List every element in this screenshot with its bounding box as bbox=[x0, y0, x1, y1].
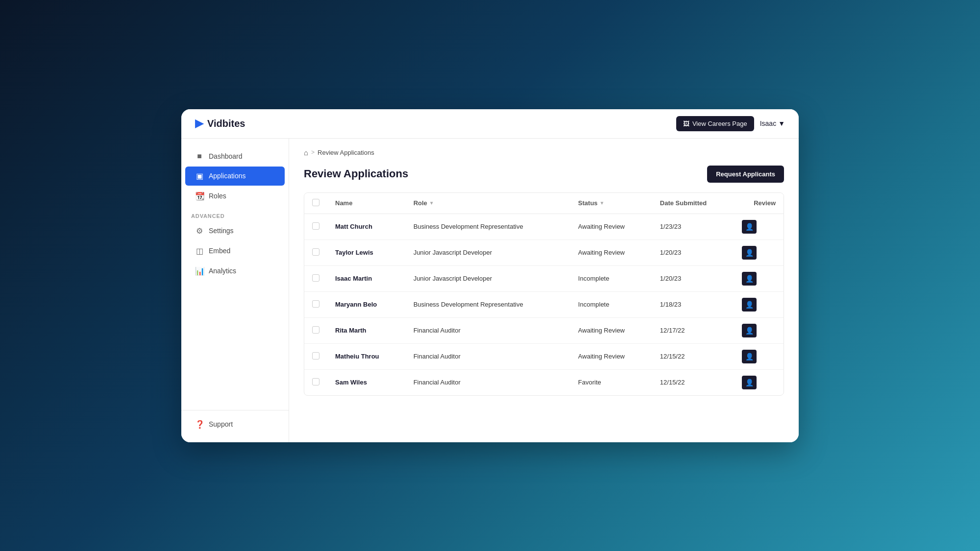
table-body: Matt Church Business Development Represe… bbox=[304, 214, 784, 395]
header: ▶ Vidbites 🖼 View Careers Page Isaac ▼ bbox=[181, 109, 799, 139]
row-checkbox[interactable] bbox=[312, 378, 319, 385]
sidebar-item-applications-label: Applications bbox=[209, 172, 246, 180]
role-sort-icon: ▼ bbox=[429, 200, 434, 206]
sidebar-item-embed[interactable]: ◫ Embed bbox=[185, 241, 285, 261]
row-role: Financial Auditor bbox=[406, 317, 570, 343]
applications-table-container: Name Role ▼ Status bbox=[304, 192, 784, 396]
sidebar-item-dashboard[interactable]: ■ Dashboard bbox=[185, 147, 285, 166]
th-date: Date Submitted bbox=[652, 193, 734, 214]
review-button[interactable]: 👤 bbox=[742, 246, 757, 260]
person-icon: 👤 bbox=[745, 379, 754, 386]
row-review-cell: 👤 bbox=[734, 265, 784, 291]
table-row: Isaac Martin Junior Javascript Developer… bbox=[304, 265, 784, 291]
sidebar-item-settings[interactable]: ⚙ Settings bbox=[185, 221, 285, 240]
request-applicants-button[interactable]: Request Applicants bbox=[707, 166, 784, 183]
row-checkbox[interactable] bbox=[312, 326, 319, 334]
row-checkbox-cell bbox=[304, 343, 327, 369]
row-checkbox[interactable] bbox=[312, 300, 319, 308]
review-button[interactable]: 👤 bbox=[742, 272, 757, 286]
row-review-cell: 👤 bbox=[734, 343, 784, 369]
logo-icon: ▶ bbox=[195, 117, 203, 130]
th-status[interactable]: Status ▼ bbox=[570, 193, 652, 214]
monitor-icon: 🖼 bbox=[683, 120, 689, 127]
row-checkbox-cell bbox=[304, 369, 327, 395]
th-role[interactable]: Role ▼ bbox=[406, 193, 570, 214]
sidebar-item-support[interactable]: ❓ Support bbox=[185, 415, 285, 434]
review-button[interactable]: 👤 bbox=[742, 220, 757, 234]
row-name: Taylor Lewis bbox=[327, 240, 406, 265]
review-button[interactable]: 👤 bbox=[742, 350, 757, 363]
sidebar-item-support-label: Support bbox=[209, 420, 233, 428]
table-row: Taylor Lewis Junior Javascript Developer… bbox=[304, 240, 784, 265]
person-icon: 👤 bbox=[745, 301, 754, 309]
row-status: Favorite bbox=[570, 369, 652, 395]
row-date: 12/15/22 bbox=[652, 369, 734, 395]
row-checkbox-cell bbox=[304, 291, 327, 317]
row-name: Rita Marth bbox=[327, 317, 406, 343]
row-status: Incomplete bbox=[570, 265, 652, 291]
review-button[interactable]: 👤 bbox=[742, 324, 757, 337]
person-icon: 👤 bbox=[745, 275, 754, 283]
advanced-section-label: ADVANCED bbox=[181, 206, 289, 221]
user-menu[interactable]: Isaac ▼ bbox=[760, 120, 785, 127]
sidebar-item-applications[interactable]: ▣ Applications bbox=[185, 167, 285, 186]
sidebar-item-analytics[interactable]: 📊 Analytics bbox=[185, 262, 285, 281]
status-sort-icon: ▼ bbox=[600, 200, 605, 206]
row-name: Sam Wiles bbox=[327, 369, 406, 395]
row-role: Junior Javascript Developer bbox=[406, 265, 570, 291]
dashboard-icon: ■ bbox=[195, 152, 204, 161]
person-icon: 👤 bbox=[745, 327, 754, 335]
table-row: Matt Church Business Development Represe… bbox=[304, 214, 784, 240]
row-checkbox-cell bbox=[304, 214, 327, 240]
row-checkbox[interactable] bbox=[312, 274, 319, 282]
row-role: Business Development Representative bbox=[406, 214, 570, 240]
table-row: Rita Marth Financial Auditor Awaiting Re… bbox=[304, 317, 784, 343]
body: ■ Dashboard ▣ Applications 📆 Roles ADVAN… bbox=[181, 139, 799, 442]
app-container: ▶ Vidbites 🖼 View Careers Page Isaac ▼ ■… bbox=[181, 109, 799, 442]
row-name: Matheiu Throu bbox=[327, 343, 406, 369]
row-role: Financial Auditor bbox=[406, 343, 570, 369]
sidebar-item-embed-label: Embed bbox=[209, 247, 230, 255]
row-checkbox[interactable] bbox=[312, 352, 319, 359]
row-checkbox[interactable] bbox=[312, 248, 319, 256]
row-date: 1/23/23 bbox=[652, 214, 734, 240]
row-role: Financial Auditor bbox=[406, 369, 570, 395]
breadcrumb-current: Review Applications bbox=[318, 149, 374, 156]
row-date: 12/17/22 bbox=[652, 317, 734, 343]
row-status: Awaiting Review bbox=[570, 240, 652, 265]
th-status-label: Status bbox=[578, 199, 598, 207]
roles-icon: 📆 bbox=[195, 192, 204, 201]
row-role: Junior Javascript Developer bbox=[406, 240, 570, 265]
person-icon: 👤 bbox=[745, 353, 754, 360]
row-review-cell: 👤 bbox=[734, 214, 784, 240]
row-name: Isaac Martin bbox=[327, 265, 406, 291]
embed-icon: ◫ bbox=[195, 246, 204, 256]
person-icon: 👤 bbox=[745, 249, 754, 257]
review-button[interactable]: 👤 bbox=[742, 298, 757, 311]
row-status: Awaiting Review bbox=[570, 317, 652, 343]
home-icon[interactable]: ⌂ bbox=[304, 148, 308, 157]
chevron-down-icon: ▼ bbox=[778, 120, 785, 127]
view-careers-button[interactable]: 🖼 View Careers Page bbox=[676, 116, 754, 131]
sidebar-item-analytics-label: Analytics bbox=[209, 267, 236, 275]
table-row: Sam Wiles Financial Auditor Favorite 12/… bbox=[304, 369, 784, 395]
sidebar-item-roles[interactable]: 📆 Roles bbox=[185, 187, 285, 206]
sidebar-item-dashboard-label: Dashboard bbox=[209, 152, 243, 160]
th-date-label: Date Submitted bbox=[660, 199, 707, 207]
person-icon: 👤 bbox=[745, 223, 754, 231]
review-button[interactable]: 👤 bbox=[742, 376, 757, 389]
main-content: ⌂ > Review Applications Review Applicati… bbox=[289, 139, 799, 442]
row-checkbox[interactable] bbox=[312, 222, 319, 230]
breadcrumb-separator: > bbox=[311, 149, 315, 156]
row-status: Awaiting Review bbox=[570, 214, 652, 240]
settings-icon: ⚙ bbox=[195, 226, 204, 236]
row-checkbox-cell bbox=[304, 265, 327, 291]
th-checkbox bbox=[304, 193, 327, 214]
row-date: 1/18/23 bbox=[652, 291, 734, 317]
row-review-cell: 👤 bbox=[734, 369, 784, 395]
view-careers-label: View Careers Page bbox=[692, 120, 747, 127]
row-status: Incomplete bbox=[570, 291, 652, 317]
select-all-checkbox[interactable] bbox=[312, 199, 319, 206]
row-review-cell: 👤 bbox=[734, 291, 784, 317]
sidebar-item-roles-label: Roles bbox=[209, 192, 226, 200]
